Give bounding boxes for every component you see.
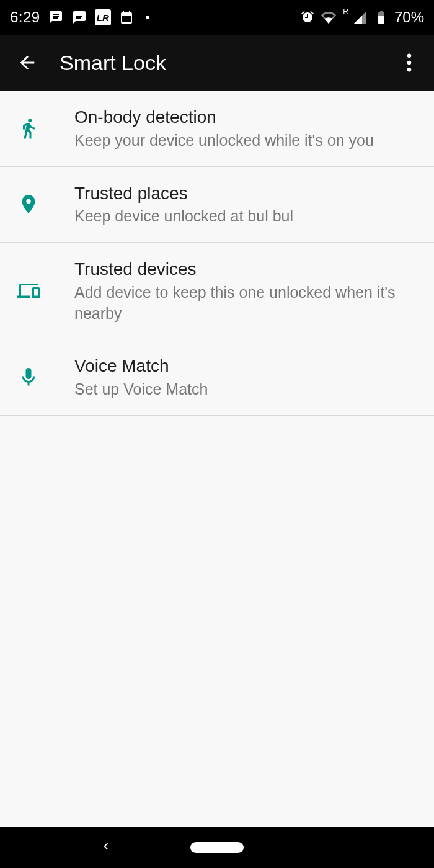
system-back-button[interactable] <box>99 839 113 856</box>
arrow-back-icon <box>17 52 38 73</box>
calendar-icon <box>118 9 135 25</box>
setting-trusted-devices[interactable]: Trusted devices Add device to keep this … <box>0 243 434 339</box>
settings-list: On-body detection Keep your device unloc… <box>0 91 434 827</box>
mic-icon <box>15 366 74 388</box>
setting-subtitle: Add device to keep this one unlocked whe… <box>74 282 417 324</box>
chat-icon <box>71 9 87 25</box>
system-home-pill[interactable] <box>190 842 244 853</box>
chevron-left-icon <box>99 839 113 853</box>
alarm-icon <box>299 9 316 25</box>
setting-text: On-body detection Keep your device unloc… <box>74 105 417 151</box>
svg-point-0 <box>407 54 412 58</box>
overflow-menu-button[interactable] <box>391 44 428 81</box>
battery-icon <box>373 9 389 25</box>
page-title: Smart Lock <box>60 51 166 75</box>
more-vert-icon <box>407 53 412 72</box>
lr-app-icon: LR <box>95 9 111 25</box>
back-button[interactable] <box>6 42 48 84</box>
devices-icon <box>15 280 74 302</box>
signal-label: R <box>343 7 348 16</box>
svg-point-2 <box>407 68 412 72</box>
overflow-dot-icon <box>146 16 149 19</box>
setting-text: Voice Match Set up Voice Match <box>74 354 417 400</box>
setting-title: On-body detection <box>74 105 417 129</box>
setting-title: Trusted places <box>74 182 417 205</box>
device-frame: 6:29 LR R <box>0 0 434 868</box>
setting-subtitle: Set up Voice Match <box>74 379 417 400</box>
battery-percentage: 70% <box>394 9 424 26</box>
place-icon <box>15 193 74 215</box>
signal-icon <box>352 9 368 25</box>
setting-text: Trusted devices Add device to keep this … <box>74 257 417 324</box>
system-nav-bar <box>0 827 434 868</box>
svg-point-1 <box>407 61 412 65</box>
status-bar: 6:29 LR R <box>0 0 434 35</box>
setting-trusted-places[interactable]: Trusted places Keep device unlocked at b… <box>0 167 434 243</box>
setting-title: Voice Match <box>74 354 417 378</box>
status-right: R 70% <box>299 9 424 26</box>
walk-icon <box>15 117 74 140</box>
clock: 6:29 <box>10 9 40 26</box>
setting-voice-match[interactable]: Voice Match Set up Voice Match <box>0 339 434 416</box>
message-icon <box>48 9 64 25</box>
setting-text: Trusted places Keep device unlocked at b… <box>74 182 417 228</box>
wifi-icon <box>321 9 337 25</box>
app-bar: Smart Lock <box>0 35 434 91</box>
setting-title: Trusted devices <box>74 257 417 281</box>
setting-subtitle: Keep device unlocked at bul bul <box>74 206 417 227</box>
setting-on-body-detection[interactable]: On-body detection Keep your device unloc… <box>0 91 434 167</box>
setting-subtitle: Keep your device unlocked while it's on … <box>74 130 417 151</box>
status-left: 6:29 LR <box>10 9 149 26</box>
